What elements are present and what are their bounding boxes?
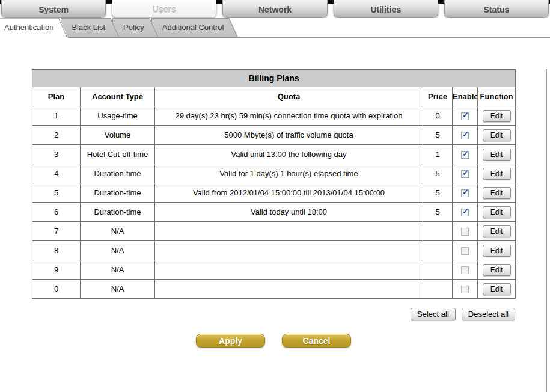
account-type-cell: N/A [81,222,155,241]
enable-cell [453,126,478,145]
account-type-cell: Duration-time [81,183,155,203]
table-row: 8N/AEdit [32,241,516,260]
table-row: 2Volume5000 Mbyte(s) of traffic volume q… [32,126,516,145]
column-header-enable: Enable [453,87,478,106]
selection-button-row: Select all Deselect all [32,308,515,320]
nav-button-bar: System Users Network Utilities Status [1,0,549,18]
function-cell: Edit [478,260,516,280]
enable-cell [453,241,478,260]
price-cell: 1 [423,145,453,164]
enable-cell [453,222,478,241]
tab-black-list[interactable]: Black List [61,18,120,37]
account-type-cell: Volume [81,126,155,145]
enable-cell [453,183,478,203]
quota-cell [155,280,423,299]
tab-additional-control[interactable]: Additional Control [151,18,239,37]
enable-cell [453,145,478,164]
edit-button[interactable]: Edit [483,206,511,218]
account-type-cell: Hotel Cut-off-time [81,145,155,164]
edit-button[interactable]: Edit [483,225,511,237]
column-header-quota: Quota [155,87,423,106]
function-cell: Edit [478,280,516,299]
enable-cell [453,164,478,183]
select-all-button[interactable]: Select all [411,308,456,320]
tab-authentication[interactable]: Authentication [0,18,68,38]
table-row: 3Hotel Cut-off-timeValid until 13:00 the… [32,145,516,164]
column-header-plan: Plan [32,87,81,106]
function-cell: Edit [478,222,516,241]
function-cell: Edit [478,241,516,260]
edit-button[interactable]: Edit [483,283,511,295]
quota-cell: 29 day(s) 23 hr(s) 59 min(s) connection … [155,106,423,126]
table-row: 5Duration-timeValid from 2012/01/04 15:0… [32,183,516,203]
plan-cell: 2 [32,126,81,145]
enable-cell [453,106,478,126]
quota-cell: Valid from 2012/01/04 15:00:00 till 2013… [155,183,423,203]
account-type-cell: Duration-time [81,203,155,222]
account-type-cell: Usage-time [81,106,155,126]
edit-button[interactable]: Edit [483,245,511,257]
table-row: 4Duration-timeValid for 1 day(s) 1 hour(… [32,164,516,183]
enable-checkbox[interactable] [461,266,469,274]
enable-checkbox[interactable] [461,170,469,178]
nav-button-users[interactable]: Users [112,0,216,18]
quota-cell: 5000 Mbyte(s) of traffic volume quota [155,126,423,145]
tab-label: Policy [123,23,144,32]
enable-checkbox[interactable] [461,112,469,120]
enable-checkbox[interactable] [461,228,469,236]
tab-label: Additional Control [162,23,224,32]
table-row: 0N/AEdit [32,280,516,299]
function-cell: Edit [478,145,516,164]
enable-checkbox[interactable] [461,247,469,255]
function-cell: Edit [478,126,516,145]
quota-cell [155,260,423,280]
table-title: Billing Plans [32,70,516,87]
edit-button[interactable]: Edit [483,149,511,161]
enable-checkbox[interactable] [461,151,469,159]
enable-checkbox[interactable] [461,132,469,139]
plan-cell: 0 [32,280,81,299]
edit-button[interactable]: Edit [483,187,511,199]
price-cell [423,222,453,241]
billing-plans-table: Billing Plans Plan Account Type Quota Pr… [32,69,516,299]
enable-checkbox[interactable] [461,286,469,293]
function-cell: Edit [478,164,516,183]
nav-button-system[interactable]: System [1,0,106,18]
column-header-account-type: Account Type [81,87,155,106]
apply-button[interactable]: Apply [196,334,265,348]
deselect-all-button[interactable]: Deselect all [462,308,515,320]
plan-cell: 3 [32,145,81,164]
account-type-cell: N/A [81,280,155,299]
quota-cell [155,241,423,260]
table-row: 7N/AEdit [32,222,516,241]
plan-cell: 1 [32,106,81,126]
price-cell [423,260,453,280]
account-type-cell: N/A [81,241,155,260]
tab-label: Authentication [4,23,53,32]
edit-button[interactable]: Edit [483,264,511,276]
tab-label: Black List [72,23,105,32]
edit-button[interactable]: Edit [483,129,511,141]
enable-cell [453,260,478,280]
nav-button-utilities[interactable]: Utilities [334,0,438,18]
enable-checkbox[interactable] [461,209,469,216]
top-navigation: System Users Network Utilities Status [0,0,550,18]
plan-cell: 7 [32,222,81,241]
table-row: 1Usage-time29 day(s) 23 hr(s) 59 min(s) … [32,106,516,126]
quota-cell: Valid today until 18:00 [155,203,423,222]
edit-button[interactable]: Edit [483,110,511,122]
account-type-cell: Duration-time [81,164,155,183]
billing-rows: 1Usage-time29 day(s) 23 hr(s) 59 min(s) … [32,106,516,299]
enable-checkbox[interactable] [461,189,469,197]
function-cell: Edit [478,183,516,203]
column-header-function: Function [478,87,516,106]
edit-button[interactable]: Edit [483,168,511,180]
function-cell: Edit [478,203,516,222]
plan-cell: 4 [32,164,81,183]
plan-cell: 5 [32,183,81,203]
enable-cell [453,280,478,299]
nav-button-status[interactable]: Status [444,0,549,18]
price-cell: 5 [423,203,453,222]
nav-button-network[interactable]: Network [222,0,327,18]
cancel-button[interactable]: Cancel [282,334,351,348]
